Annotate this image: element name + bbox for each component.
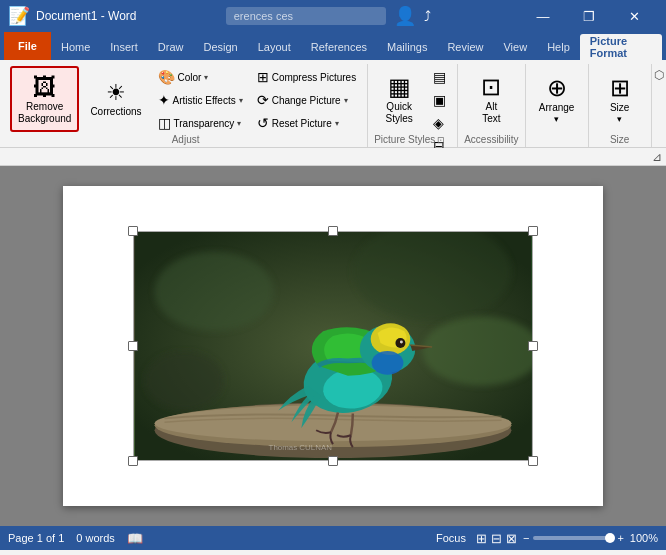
tab-layout[interactable]: Layout bbox=[248, 34, 301, 60]
close-button[interactable]: ✕ bbox=[612, 0, 658, 32]
size-arrow: ▾ bbox=[617, 114, 622, 124]
compress-button[interactable]: ⊞ Compress Pictures bbox=[252, 66, 361, 88]
quick-styles-button[interactable]: ▦ QuickStyles bbox=[374, 66, 424, 132]
corrections-label: Corrections bbox=[90, 106, 141, 118]
profile-icon[interactable]: 👤 bbox=[394, 5, 416, 27]
color-col: 🎨 Color ▾ ✦ Artistic Effects ▾ ◫ Transpa… bbox=[153, 66, 248, 132]
reset-icon: ↺ bbox=[257, 115, 269, 131]
border-icon: ▣ bbox=[433, 92, 446, 108]
print-layout-icon[interactable]: ⊞ bbox=[476, 531, 487, 546]
tab-draw[interactable]: Draw bbox=[148, 34, 194, 60]
picture-styles-expand-icon[interactable]: ⊡ bbox=[437, 135, 445, 145]
read-mode-icon[interactable]: ⊠ bbox=[506, 531, 517, 546]
title-bar-left: 📝 Document1 - Word bbox=[8, 5, 136, 27]
ribbon-tabs: File Home Insert Draw Design Layout Refe… bbox=[0, 32, 666, 60]
page-info: Page 1 of 1 bbox=[8, 532, 64, 544]
share-icon[interactable]: ⤴ bbox=[424, 8, 431, 24]
tab-file[interactable]: File bbox=[4, 32, 51, 60]
focus-button[interactable]: Focus bbox=[432, 530, 470, 546]
transparency-arrow: ▾ bbox=[237, 119, 241, 128]
styles-sub-col: ▤ ▣ ◈ ⊟ bbox=[428, 66, 451, 132]
effects-icon: ◈ bbox=[433, 115, 444, 131]
zoom-thumb[interactable] bbox=[605, 533, 615, 543]
transparency-label: Transparency bbox=[174, 118, 235, 129]
ruler-expand-icon[interactable]: ⊿ bbox=[652, 150, 662, 164]
picture-border-button[interactable]: ▣ bbox=[428, 89, 451, 111]
transparency-button[interactable]: ◫ Transparency ▾ bbox=[153, 112, 248, 134]
adjust-group-label: Adjust bbox=[10, 132, 361, 148]
tab-view[interactable]: View bbox=[493, 34, 537, 60]
tab-design[interactable]: Design bbox=[193, 34, 247, 60]
ribbon: RemoveBackground Corrections 🎨 Color ▾ ✦ bbox=[0, 60, 666, 148]
arrange-icon: ⊕ bbox=[547, 74, 567, 102]
picture-styles-label: Picture Styles ⊡ bbox=[374, 132, 451, 148]
remove-background-label: RemoveBackground bbox=[18, 101, 71, 125]
zoom-level[interactable]: 100% bbox=[630, 532, 658, 544]
arrange-arrow: ▾ bbox=[554, 114, 559, 124]
adjust-group: RemoveBackground Corrections 🎨 Color ▾ ✦ bbox=[4, 64, 368, 147]
arrange-button[interactable]: ⊕ Arrange ▾ bbox=[532, 66, 582, 132]
size-button[interactable]: ⊞ Size ▾ bbox=[595, 66, 645, 132]
tab-help[interactable]: Help bbox=[537, 34, 580, 60]
artistic-effects-button[interactable]: ✦ Artistic Effects ▾ bbox=[153, 89, 248, 111]
title-bar: 📝 Document1 - Word 👤 ⤴ — ❐ ✕ bbox=[0, 0, 666, 32]
restore-button[interactable]: ❐ bbox=[566, 0, 612, 32]
size-label: Size bbox=[610, 102, 629, 114]
alt-text-button[interactable]: ⊡ AltText bbox=[466, 66, 516, 132]
picture-effects-button[interactable]: ◈ bbox=[428, 112, 451, 134]
handle-top-left[interactable] bbox=[128, 226, 138, 236]
zoom-track[interactable] bbox=[533, 536, 613, 540]
corrections-button[interactable]: Corrections bbox=[83, 66, 148, 132]
handle-bottom-right[interactable] bbox=[528, 456, 538, 466]
title-search-input[interactable] bbox=[226, 7, 386, 25]
reset-picture-button[interactable]: ↺ Reset Picture ▾ bbox=[252, 112, 361, 134]
picture-styles-group: ▦ QuickStyles ▤ ▣ ◈ ⊟ Picture Styles bbox=[368, 64, 458, 147]
ribbon-expand[interactable]: ⬡ bbox=[652, 64, 666, 147]
size-icon: ⊞ bbox=[610, 74, 630, 102]
status-right: Focus ⊞ ⊟ ⊠ − + 100% bbox=[432, 530, 658, 546]
zoom-out-icon[interactable]: − bbox=[523, 532, 529, 544]
handle-middle-left[interactable] bbox=[128, 341, 138, 351]
bird-image[interactable]: Thomas CULNAN bbox=[133, 231, 533, 461]
tab-mailings[interactable]: Mailings bbox=[377, 34, 437, 60]
tab-review[interactable]: Review bbox=[437, 34, 493, 60]
tab-insert[interactable]: Insert bbox=[100, 34, 148, 60]
accessibility-label: Accessibility bbox=[464, 132, 518, 148]
proofing-icon[interactable]: 📖 bbox=[127, 531, 143, 546]
svg-point-4 bbox=[145, 351, 224, 410]
handle-bottom-left[interactable] bbox=[128, 456, 138, 466]
color-icon: 🎨 bbox=[158, 69, 175, 85]
size-group-label: Size bbox=[595, 132, 645, 148]
tab-home[interactable]: Home bbox=[51, 34, 100, 60]
arrange-label: Arrange bbox=[539, 102, 575, 114]
title-bar-controls: — ❐ ✕ bbox=[520, 0, 658, 32]
compress-icon: ⊞ bbox=[257, 69, 269, 85]
minimize-button[interactable]: — bbox=[520, 0, 566, 32]
zoom-slider[interactable]: − + bbox=[523, 532, 624, 544]
remove-background-button[interactable]: RemoveBackground bbox=[10, 66, 79, 132]
artistic-icon: ✦ bbox=[158, 92, 170, 108]
color-label: Color bbox=[178, 72, 202, 83]
styles-expand-button[interactable]: ▤ bbox=[428, 66, 451, 88]
arrange-group-label bbox=[532, 140, 582, 145]
handle-bottom-middle[interactable] bbox=[328, 456, 338, 466]
document-area: Thomas CULNAN bbox=[0, 166, 666, 526]
styles-expand-icon: ▤ bbox=[433, 69, 446, 85]
zoom-in-icon[interactable]: + bbox=[617, 532, 623, 544]
web-layout-icon[interactable]: ⊟ bbox=[491, 531, 502, 546]
artistic-label: Artistic Effects bbox=[173, 95, 236, 106]
picture-styles-content: ▦ QuickStyles ▤ ▣ ◈ ⊟ bbox=[374, 66, 451, 132]
tab-references[interactable]: References bbox=[301, 34, 377, 60]
handle-middle-right[interactable] bbox=[528, 341, 538, 351]
color-button[interactable]: 🎨 Color ▾ bbox=[153, 66, 248, 88]
reset-arrow: ▾ bbox=[335, 119, 339, 128]
title-bar-title: Document1 - Word bbox=[36, 9, 136, 23]
image-container[interactable]: Thomas CULNAN bbox=[133, 231, 533, 461]
arrange-content: ⊕ Arrange ▾ bbox=[532, 66, 582, 140]
handle-top-right[interactable] bbox=[528, 226, 538, 236]
handle-top-middle[interactable] bbox=[328, 226, 338, 236]
quick-styles-icon: ▦ bbox=[388, 73, 411, 101]
corrections-column: Corrections bbox=[83, 66, 148, 132]
tab-picture-format[interactable]: Picture Format bbox=[580, 34, 662, 60]
change-picture-button[interactable]: ⟳ Change Picture ▾ bbox=[252, 89, 361, 111]
